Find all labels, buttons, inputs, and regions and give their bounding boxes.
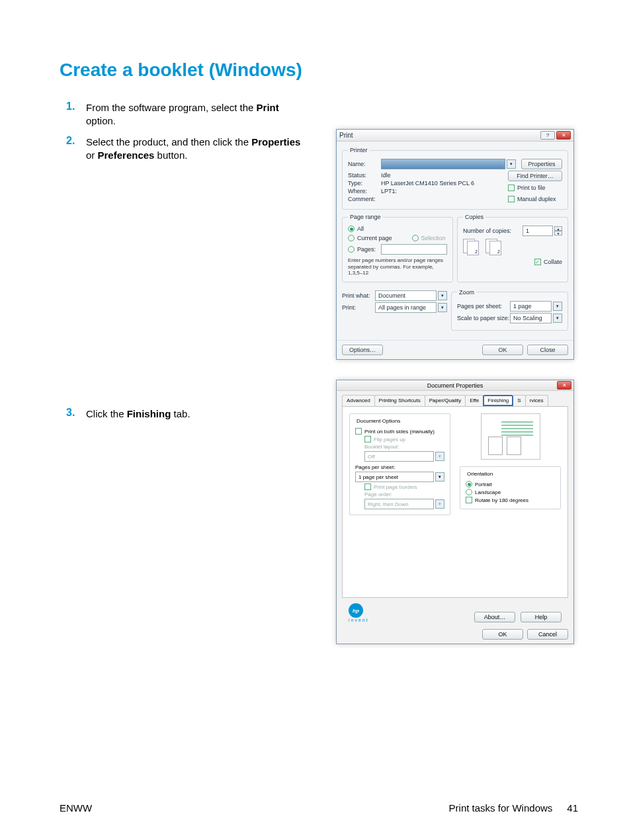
chevron-down-icon[interactable]: ▾ [553, 302, 562, 311]
portrait-label: Portrait [475, 482, 492, 487]
ok-button[interactable]: OK [482, 629, 523, 640]
page-title: Create a booklet (Windows) [60, 60, 578, 81]
hp-invent-label: invent [349, 618, 369, 622]
close-button[interactable]: Close [527, 345, 568, 355]
range-selection-radio [412, 235, 419, 241]
options-button[interactable]: Options… [342, 345, 383, 355]
ok-button[interactable]: OK [482, 345, 523, 355]
collate-checkbox[interactable]: ✓ [534, 259, 541, 265]
landscape-label: Landscape [475, 489, 501, 495]
chevron-down-icon[interactable]: ▾ [507, 159, 516, 169]
scale-select[interactable]: No Scaling [510, 313, 552, 323]
footer-right: Print tasks for Windows [449, 802, 553, 814]
range-pages-radio[interactable] [348, 246, 355, 253]
copies-legend: Copies [463, 214, 485, 220]
props-titlebar: Document Properties ✕ [337, 380, 573, 391]
doc-options-legend: Document Options [355, 418, 401, 424]
printer-name-select[interactable] [381, 159, 505, 169]
document-properties-screenshot: Document Properties ✕ Advanced Printing … [336, 380, 574, 644]
help-button[interactable]: Help [521, 612, 562, 622]
flip-pages-up-checkbox [364, 436, 371, 442]
spinner-down-icon[interactable]: ▼ [554, 231, 562, 235]
chevron-down-icon[interactable]: ▾ [553, 314, 562, 323]
page-order-label: Page order: [364, 491, 444, 497]
printer-legend: Printer [348, 147, 370, 153]
print-borders-checkbox [364, 483, 371, 490]
page-number: 41 [567, 802, 578, 814]
manual-duplex-checkbox[interactable] [508, 196, 515, 202]
landscape-radio[interactable] [466, 489, 472, 495]
page-preview-icon [481, 413, 540, 460]
print-both-sides-checkbox[interactable] [355, 428, 362, 435]
range-selection-label: Selection [421, 235, 446, 241]
pages-input[interactable] [381, 244, 447, 255]
flip-pages-up-label: Flip pages up [374, 437, 405, 442]
status-label: Status: [348, 172, 381, 179]
status-value: Idle [381, 172, 391, 179]
tab-advanced[interactable]: Advanced [342, 395, 375, 406]
portrait-radio[interactable] [466, 481, 472, 487]
pages-per-sheet-label: Pages per sheet: [355, 464, 444, 470]
tab-printing-shortcuts[interactable]: Printing Shortcuts [374, 395, 425, 406]
chevron-down-icon[interactable]: ▾ [435, 472, 444, 482]
orientation-fieldset: Orientation Portrait Landscape Rotate by… [460, 466, 561, 509]
pages-per-sheet-select[interactable]: 1 page [510, 301, 552, 312]
chevron-down-icon[interactable]: ▾ [438, 291, 447, 300]
range-all-radio[interactable] [348, 226, 355, 232]
footer-left: ENWW [60, 802, 92, 814]
booklet-layout-label: Booklet layout: [364, 444, 444, 450]
print-what-label: Print what: [342, 292, 375, 299]
step-number: 1. [66, 101, 86, 112]
properties-button[interactable]: Properties [521, 159, 562, 169]
where-label: Where: [348, 188, 381, 194]
range-current-radio[interactable] [348, 235, 355, 241]
range-note: Enter page numbers and/or page ranges se… [348, 257, 447, 276]
print-dialog-titlebar: Print ? ✕ [337, 130, 573, 142]
collate-preview-icon: 12 12 [463, 239, 562, 256]
step-1: 1. From the software program, select the… [66, 101, 578, 128]
print-to-file-checkbox[interactable] [508, 185, 515, 191]
copies-fieldset: Copies Number of copies: 1 ▲▼ 12 12 ✓Col… [457, 214, 568, 282]
manual-duplex-label: Manual duplex [517, 196, 556, 202]
pages-per-sheet-select[interactable]: 1 page per sheet [355, 472, 434, 482]
booklet-layout-select: Off [364, 451, 434, 462]
step-text: Select the product, and then click the P… [86, 135, 304, 163]
rotate-180-checkbox[interactable] [466, 497, 472, 503]
print-both-sides-label: Print on both sides (manually) [364, 429, 435, 435]
close-icon[interactable]: ✕ [556, 131, 571, 140]
step-text: From the software program, select the Pr… [86, 101, 304, 128]
print-dialog-title: Print [339, 132, 353, 139]
help-icon[interactable]: ? [540, 131, 555, 140]
collate-label: Collate [544, 259, 562, 265]
tab-finishing[interactable]: Finishing [483, 395, 513, 406]
name-label: Name: [348, 161, 381, 167]
chevron-down-icon[interactable]: ▾ [438, 303, 447, 312]
where-value: LPT1: [381, 188, 397, 194]
pages-per-sheet-label: Pages per sheet: [457, 303, 510, 310]
page-order-select: Right, then Down [364, 499, 434, 509]
tab-effects[interactable]: Effe [465, 395, 484, 406]
page-range-legend: Page range [348, 214, 383, 220]
type-label: Type: [348, 180, 381, 187]
chevron-down-icon: ▾ [435, 452, 444, 461]
step-number: 2. [66, 135, 86, 147]
range-current-label: Current page [357, 235, 392, 241]
num-copies-spinner[interactable]: 1 [523, 226, 553, 236]
step-number: 3. [66, 407, 86, 419]
about-button[interactable]: About… [474, 612, 515, 622]
find-printer-button[interactable]: Find Printer… [508, 171, 562, 181]
tab-paper-quality[interactable]: Paper/Quality [425, 395, 466, 406]
spinner-up-icon[interactable]: ▲ [554, 226, 562, 231]
chevron-down-icon: ▾ [435, 499, 444, 509]
cancel-button[interactable]: Cancel [527, 629, 568, 640]
print-range-label: Print: [342, 304, 375, 311]
print-what-select[interactable]: Document [375, 290, 437, 301]
close-icon[interactable]: ✕ [557, 381, 571, 390]
tab-fragment[interactable]: S [513, 395, 525, 406]
tab-services[interactable]: rvices [525, 395, 548, 406]
rotate-180-label: Rotate by 180 degrees [475, 497, 528, 503]
range-pages-label: Pages: [357, 246, 376, 253]
comment-label: Comment: [348, 196, 381, 202]
print-range-select[interactable]: All pages in range [375, 302, 437, 313]
print-dialog-screenshot: Print ? ✕ Printer Name: ▾ Properties Sta… [336, 129, 574, 360]
